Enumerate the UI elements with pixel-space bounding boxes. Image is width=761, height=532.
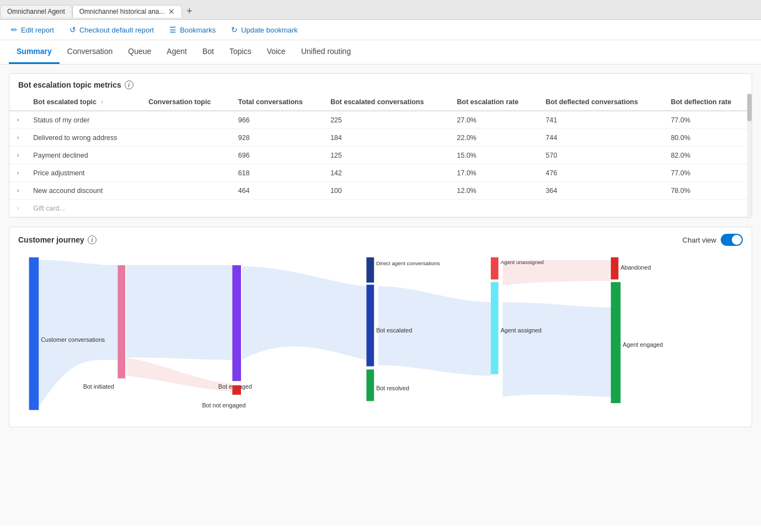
node-label-direct-agent: Direct agent conversations <box>376 260 440 266</box>
table-row: › Payment declined 696 125 15.0% 570 82.… <box>9 147 752 164</box>
tab-agent[interactable]: Agent <box>159 40 195 64</box>
table-scroll-container[interactable]: Bot escalated topic ↑ Conversation topic… <box>9 94 752 217</box>
node-bot-engaged <box>232 265 241 381</box>
total-cell: 696 <box>232 147 324 164</box>
deflected-cell: 744 <box>539 129 664 147</box>
deflected-cell: 741 <box>539 111 664 129</box>
edit-report-label: Edit report <box>21 26 54 34</box>
chart-view-toggle[interactable]: Chart view <box>683 234 743 246</box>
defl-rate-cell: 78.0% <box>664 182 752 200</box>
tab-voice[interactable]: Voice <box>259 40 293 64</box>
bot-metrics-header: Bot escalation topic metrics i <box>9 74 752 94</box>
tab-bot[interactable]: Bot <box>195 40 222 64</box>
node-label-bot-escalated: Bot escalated <box>376 327 412 334</box>
expand-button[interactable]: › <box>16 116 20 124</box>
col-header-escalated[interactable]: Bot escalated conversations <box>324 94 450 111</box>
node-agent-engaged <box>611 282 621 404</box>
col-header-defl-rate[interactable]: Bot deflection rate <box>664 94 752 111</box>
expand-button[interactable]: › <box>16 151 20 159</box>
checkout-icon: ↺ <box>69 25 76 34</box>
journey-info-icon[interactable]: i <box>88 235 97 244</box>
sort-icon: ↑ <box>100 99 103 105</box>
topic-cell: Delivered to wrong address <box>26 129 142 147</box>
escalated-cell: 225 <box>324 111 450 129</box>
total-cell: 464 <box>232 182 324 200</box>
chart-view-switch[interactable] <box>721 234 743 246</box>
escalated-cell: 100 <box>324 182 450 200</box>
expand-button[interactable]: › <box>16 186 20 195</box>
tab-label: Omnichannel Agent <box>7 8 65 15</box>
checkout-default-button[interactable]: ↺ Checkout default report <box>67 24 156 35</box>
sankey-chart-area: Customer conversations Bot initiated Bot… <box>9 250 752 427</box>
node-bot-not-engaged <box>232 385 241 395</box>
bot-metrics-table: Bot escalated topic ↑ Conversation topic… <box>9 94 752 217</box>
bot-metrics-title: Bot escalation topic metrics <box>18 80 121 89</box>
tab-queue[interactable]: Queue <box>120 40 159 64</box>
deflected-cell <box>539 200 664 217</box>
conv-topic-cell <box>142 164 232 182</box>
toolbar: ✏ Edit report ↺ Checkout default report … <box>0 20 761 40</box>
tab-omnichannel-historical[interactable]: Omnichannel historical ana... ✕ <box>72 5 182 18</box>
node-label-agent-unassigned: Agent unassigned <box>501 259 544 265</box>
nav-tab-bar: Summary Conversation Queue Agent Bot Top… <box>0 40 761 65</box>
new-tab-button[interactable]: + <box>182 4 197 19</box>
escalated-cell: 184 <box>324 129 450 147</box>
expand-button[interactable]: › <box>16 133 20 142</box>
expand-cell[interactable]: › <box>9 147 26 164</box>
col-header-topic[interactable]: Bot escalated topic ↑ <box>26 94 142 111</box>
sankey-svg: Customer conversations Bot initiated Bot… <box>18 255 743 418</box>
defl-rate-cell: 82.0% <box>664 147 752 164</box>
esc-rate-cell: 15.0% <box>451 147 539 164</box>
topic-cell: New accound discount <box>26 182 142 200</box>
expand-cell[interactable]: › <box>9 200 26 217</box>
defl-rate-cell: 77.0% <box>664 111 752 129</box>
esc-rate-cell: 22.0% <box>451 129 539 147</box>
info-icon[interactable]: i <box>125 80 133 89</box>
bookmarks-icon: ☰ <box>169 25 176 34</box>
table-row: › Status of my order 966 225 27.0% 741 7… <box>9 111 752 129</box>
node-label-abandoned: Abandoned <box>620 264 651 271</box>
update-icon: ↻ <box>231 25 238 34</box>
update-bookmark-button[interactable]: ↻ Update bookmark <box>229 24 300 35</box>
edit-report-button[interactable]: ✏ Edit report <box>9 24 56 35</box>
total-cell: 618 <box>232 164 324 182</box>
chart-view-label: Chart view <box>683 236 716 244</box>
scrollbar-track[interactable] <box>747 94 752 217</box>
tab-topics[interactable]: Topics <box>222 40 259 64</box>
scrollbar-thumb[interactable] <box>747 94 752 121</box>
total-cell: 966 <box>232 111 324 129</box>
expand-cell[interactable]: › <box>9 164 26 182</box>
expand-cell[interactable]: › <box>9 111 26 129</box>
close-icon[interactable]: ✕ <box>168 8 175 15</box>
node-label-customer-conv: Customer conversations <box>41 336 105 343</box>
tab-omnichannel-agent[interactable]: Omnichannel Agent <box>0 5 72 18</box>
expand-cell[interactable]: › <box>9 182 26 200</box>
tab-summary[interactable]: Summary <box>9 40 60 64</box>
journey-header: Customer journey i Chart view <box>9 227 752 250</box>
escalated-cell <box>324 200 450 217</box>
total-cell: 928 <box>232 129 324 147</box>
node-customer-conv <box>29 257 39 410</box>
browser-tab-bar: Omnichannel Agent Omnichannel historical… <box>0 0 761 20</box>
node-label-bot-not-engaged: Bot not engaged <box>202 402 245 409</box>
conv-topic-cell <box>142 129 232 147</box>
col-header-total[interactable]: Total conversations <box>232 94 324 111</box>
tab-unified-routing[interactable]: Unified routing <box>293 40 358 64</box>
bot-metrics-card: Bot escalation topic metrics i Bot escal… <box>9 73 752 218</box>
expand-cell[interactable]: › <box>9 129 26 147</box>
col-header-conv-topic[interactable]: Conversation topic <box>142 94 232 111</box>
topic-cell: Price adjustment <box>26 164 142 182</box>
edit-icon: ✏ <box>11 25 18 34</box>
expand-button[interactable]: › <box>16 204 20 212</box>
journey-title: Customer journey i <box>18 235 97 244</box>
col-header-esc-rate[interactable]: Bot escalation rate <box>451 94 539 111</box>
node-agent-assigned <box>491 282 499 374</box>
col-header-deflected[interactable]: Bot deflected conversations <box>539 94 664 111</box>
bookmarks-button[interactable]: ☰ Bookmarks <box>167 24 218 35</box>
expand-button[interactable]: › <box>16 169 20 177</box>
tab-conversation[interactable]: Conversation <box>60 40 121 64</box>
total-cell <box>232 200 324 217</box>
deflected-cell: 570 <box>539 147 664 164</box>
defl-rate-cell: 77.0% <box>664 164 752 182</box>
conv-topic-cell <box>142 182 232 200</box>
